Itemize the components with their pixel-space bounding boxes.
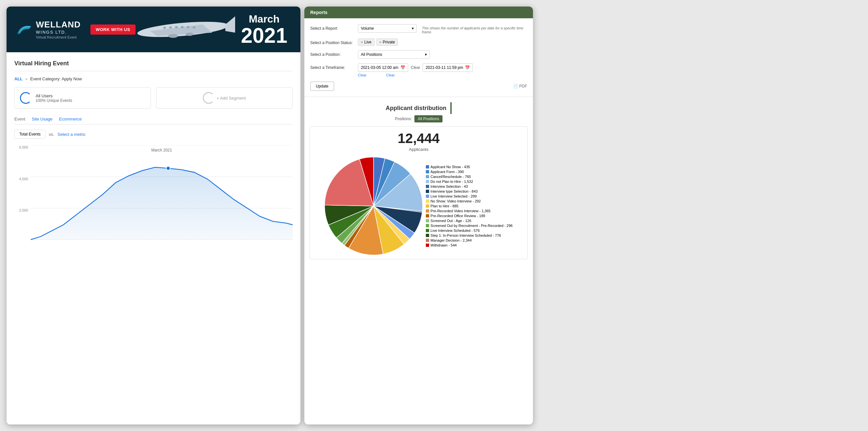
applicants-label: Applicants (314, 147, 524, 152)
breadcrumb-separator: » (25, 76, 27, 81)
legend-color-box (426, 214, 429, 217)
calendar-from-icon: 📅 (400, 65, 405, 70)
live-tag-label: Live (365, 40, 372, 44)
legend-label: Screened Out - Age - 126 (430, 219, 471, 223)
logo-icon (16, 23, 33, 36)
position-dropdown[interactable]: All Positions ▾ (358, 50, 430, 59)
pie-chart-section: Applicant No Show - 435Applicant Form - … (314, 157, 524, 255)
segment-spinner (20, 92, 32, 104)
tab-site-usage[interactable]: Site Usage (32, 117, 53, 124)
chart-data-point (166, 166, 170, 170)
legend-item: Pre-Recorded Video Interview - 1,365 (426, 209, 513, 213)
legend-item: No Show: Video Interview - 292 (426, 199, 513, 203)
reports-header: Reports (304, 6, 533, 18)
svg-rect-7 (187, 26, 189, 28)
legend-label: Step 1: In-Person Interview Scheduled - … (430, 234, 501, 237)
update-button[interactable]: Update (310, 82, 334, 91)
select-metric[interactable]: Select a metric (58, 132, 86, 137)
status-tag-private: × Private (376, 38, 398, 46)
svg-rect-6 (181, 26, 184, 28)
legend-label: Interview Selection - 43 (430, 184, 468, 188)
legend-label: Live Interview Scheduled - 576 (430, 228, 479, 233)
add-segment-label: + Add Segment (217, 96, 246, 100)
all-positions-button[interactable]: All Positions (414, 115, 442, 122)
legend-color-box (426, 239, 429, 242)
line-chart-svg (31, 145, 292, 240)
date-to-input[interactable]: 2021-03-11 11:59 pm 📅 (423, 63, 473, 72)
legend-color-box (426, 180, 429, 183)
svg-marker-2 (225, 16, 235, 33)
segment-pct: 100% Unique Events (36, 98, 72, 103)
positions-label: Positions: (395, 117, 412, 121)
remove-private-tag[interactable]: × (379, 40, 381, 44)
legend-label: Manager Decision - 2,344 (430, 238, 471, 242)
report-dropdown[interactable]: Volume ▾ (358, 24, 417, 33)
logo-area: WELLAND WINGS LTD. Virtual Recruitment E… (6, 20, 135, 39)
date-from-input[interactable]: 2021-03-05 12:00 am 📅 (358, 63, 408, 72)
legend-label: Cancel/Reschedule - 765 (430, 175, 471, 179)
tab-ecommerce[interactable]: Ecommerce (59, 117, 82, 124)
pdf-icon: 📄 (513, 84, 518, 89)
segment-box-all-users: All Users 100% Unique Events (14, 87, 151, 109)
remove-live-tag[interactable]: × (361, 40, 363, 44)
legend-label: Withdrawn - 544 (430, 243, 457, 247)
green-bar (450, 102, 452, 114)
legend-label: Plan to Hire - 885 (430, 204, 459, 208)
clear-from-link[interactable]: Clear (358, 73, 366, 77)
svg-point-10 (185, 33, 193, 36)
right-panel: Reports Select a Report Volume ▾ This sh… (304, 6, 533, 425)
pdf-button[interactable]: 📄 PDF (513, 84, 527, 89)
pdf-label: PDF (519, 84, 527, 89)
work-with-us-button[interactable]: WORK WITH US (90, 25, 135, 35)
company-name: WELLAND (36, 20, 81, 30)
status-tag-live: × Live (358, 38, 374, 46)
banner-date: March 2021 (241, 13, 287, 46)
legend-color-box (426, 219, 429, 222)
clear-links: Clear Clear (358, 73, 473, 77)
timeframe-label: Select a Timeframe: (310, 63, 353, 70)
reports-form: Select a Report Volume ▾ This shows the … (304, 18, 533, 97)
distribution-section: Applicant distribution Positions: All Po… (304, 97, 533, 425)
legend-color-box (426, 234, 429, 237)
position-status-tags: × Live × Private (358, 38, 398, 46)
legend-item: Screened Out - Age - 126 (426, 219, 513, 223)
legend-item: Live Interview Selected - 299 (426, 194, 513, 198)
company-sub: WINGS LTD. (36, 30, 81, 35)
legend-item: Interview type Selection - 843 (426, 189, 513, 193)
legend-label: No Show: Video Interview - 292 (430, 199, 481, 203)
tab-event: Event (14, 117, 25, 124)
date-to-value: 2021-03-11 11:59 pm (426, 65, 463, 70)
add-segment-box[interactable]: + Add Segment (156, 87, 292, 109)
analytics-panel: Virtual Hiring Event ALL » Event Categor… (6, 52, 301, 425)
total-count: 12,444 (314, 131, 524, 146)
event-tabs: Event Site Usage Ecommerce (14, 117, 292, 124)
legend-color-box (426, 175, 429, 178)
dist-title: Applicant distribution (310, 102, 528, 114)
legend-color-box (426, 244, 429, 247)
legend-item: Plan to Hire - 885 (426, 204, 513, 208)
segment-info: All Users 100% Unique Events (36, 93, 72, 103)
legend-label: Pre-Recorded Video Interview - 1,365 (430, 209, 491, 213)
clear-to-link[interactable]: Clear (386, 73, 395, 77)
breadcrumb-all[interactable]: ALL (14, 76, 23, 81)
legend-item: Withdrawn - 544 (426, 243, 513, 247)
date-from-value: 2021-03-05 12:00 am (361, 65, 398, 70)
legend-color-box (426, 165, 429, 168)
legend-color-box (426, 194, 429, 198)
total-events-button[interactable]: Total Events (14, 130, 45, 139)
legend-item: Applicant No Show - 435 (426, 165, 513, 169)
banner-year: 2021 (241, 25, 287, 46)
action-row: Update 📄 PDF (310, 82, 527, 91)
legend-color-box (426, 190, 429, 193)
legend-item: Live Interview Scheduled - 576 (426, 228, 513, 233)
pie-chart (324, 157, 423, 255)
legend-item: Applicant Form - 390 (426, 170, 513, 174)
segments-row: All Users 100% Unique Events + Add Segme… (14, 87, 292, 109)
pie-legend: Applicant No Show - 435Applicant Form - … (423, 165, 513, 247)
legend-item: Do not Plan to Hire - 1,532 (426, 180, 513, 184)
metrics-row: Total Events vs. Select a metric (14, 130, 292, 139)
positions-row: Positions: All Positions (310, 115, 528, 122)
to-label: Clear (411, 65, 420, 70)
legend-color-box (426, 224, 429, 227)
report-dropdown-arrow: ▾ (412, 26, 414, 31)
